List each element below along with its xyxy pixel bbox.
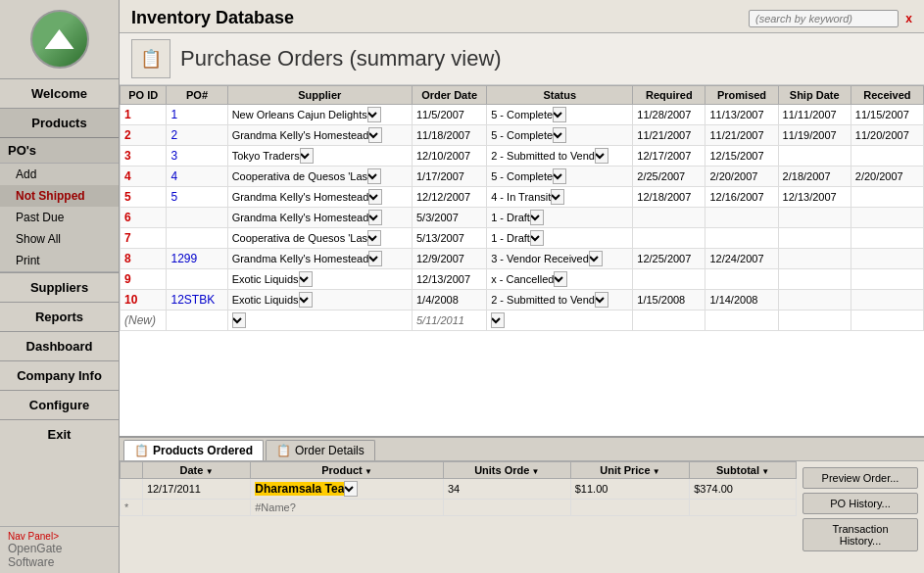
table-row[interactable]: 9 Exotic Liquids 12/13/2007 x - Cancelle…: [121, 269, 924, 290]
status-dropdown[interactable]: [589, 251, 603, 266]
sidebar-item-print[interactable]: Print: [0, 250, 119, 271]
supplier-dropdown[interactable]: [368, 127, 382, 143]
sidebar-item-add[interactable]: Add: [0, 164, 119, 185]
supplier-dropdown[interactable]: [368, 210, 382, 225]
cell-poid[interactable]: 1: [121, 105, 167, 125]
po-id-link[interactable]: 4: [124, 169, 131, 183]
bth-unit-price[interactable]: Unit Price: [570, 462, 689, 479]
tab-order-details[interactable]: 📋 Order Details: [266, 440, 375, 460]
cell-poid[interactable]: 3: [121, 146, 167, 167]
sidebar-item-company-info[interactable]: Company Info: [0, 360, 119, 390]
po-id-link[interactable]: (New): [124, 313, 156, 327]
sidebar-item-dashboard[interactable]: Dashboard: [0, 331, 119, 360]
po-id-link[interactable]: 1: [124, 108, 131, 121]
po-num-link[interactable]: 1299: [170, 252, 197, 265]
cell-po[interactable]: [167, 208, 227, 228]
search-clear-button[interactable]: x: [905, 12, 912, 25]
status-dropdown[interactable]: [553, 107, 566, 122]
table-row[interactable]: (New) 5/11/2011: [121, 310, 924, 331]
list-item[interactable]: 12/17/2011 Dharamsala Tea 34 $11.00 $374…: [121, 479, 797, 500]
preview-order-button[interactable]: Preview Order...: [802, 467, 918, 489]
sidebar-item-suppliers[interactable]: Suppliers: [0, 272, 119, 302]
cell-poid[interactable]: 5: [121, 187, 167, 208]
table-row[interactable]: 6 Grandma Kelly's Homestead 5/3/2007 1 -…: [121, 208, 924, 228]
po-num-link[interactable]: 1: [170, 108, 177, 121]
supplier-dropdown[interactable]: [299, 271, 313, 287]
bth-units[interactable]: Units Orde: [443, 462, 570, 479]
cell-po[interactable]: 4: [167, 167, 227, 187]
po-id-link[interactable]: 2: [124, 128, 131, 142]
cell-po[interactable]: 1299: [167, 249, 227, 269]
search-input[interactable]: [749, 10, 899, 27]
cell-poid[interactable]: 9: [121, 269, 167, 290]
po-id-link[interactable]: 10: [124, 293, 137, 307]
sidebar-item-not-shipped[interactable]: Not Shipped: [0, 185, 119, 207]
sidebar-item-show-all[interactable]: Show All: [0, 228, 119, 250]
status-dropdown[interactable]: [595, 148, 608, 164]
status-dropdown[interactable]: [530, 210, 544, 225]
po-id-link[interactable]: 7: [124, 231, 131, 245]
bth-product[interactable]: Product: [251, 462, 444, 479]
nav-panel-link[interactable]: Nav Panel>: [8, 531, 111, 542]
supplier-dropdown[interactable]: [232, 312, 246, 328]
status-dropdown[interactable]: [595, 292, 608, 308]
supplier-dropdown[interactable]: [368, 189, 382, 205]
table-row[interactable]: 8 1299 Grandma Kelly's Homestead 12/9/20…: [121, 249, 924, 269]
po-num-link[interactable]: 2: [170, 128, 177, 142]
supplier-dropdown[interactable]: [367, 107, 381, 122]
sidebar-item-welcome[interactable]: Welcome: [0, 78, 119, 108]
cell-po[interactable]: 12STBK: [167, 290, 227, 310]
po-num-link[interactable]: 3: [170, 149, 177, 163]
sidebar-item-configure[interactable]: Configure: [0, 390, 119, 419]
cell-poid[interactable]: 8: [121, 249, 167, 269]
supplier-dropdown[interactable]: [368, 251, 382, 266]
po-num-link[interactable]: 5: [170, 190, 177, 204]
table-row[interactable]: 4 4 Cooperativa de Quesos 'Las 1/17/2007…: [121, 167, 924, 187]
supplier-dropdown[interactable]: [367, 168, 381, 184]
status-dropdown[interactable]: [553, 127, 566, 143]
cell-po[interactable]: 1: [167, 105, 227, 125]
cell-poid[interactable]: 6: [121, 208, 167, 228]
tab-products-ordered[interactable]: 📋 Products Ordered: [123, 440, 264, 460]
po-id-link[interactable]: 8: [124, 252, 131, 265]
sidebar-item-reports[interactable]: Reports: [0, 302, 119, 331]
status-dropdown[interactable]: [553, 168, 566, 184]
cell-product[interactable]: Dharamsala Tea: [251, 479, 444, 500]
sidebar-item-past-due[interactable]: Past Due: [0, 207, 119, 228]
po-history-button[interactable]: PO History...: [802, 493, 918, 514]
po-num-link[interactable]: 12STBK: [170, 293, 215, 307]
list-item[interactable]: * #Name?: [121, 500, 797, 516]
bth-date[interactable]: Date: [142, 462, 250, 479]
cell-po[interactable]: 3: [167, 146, 227, 167]
supplier-dropdown[interactable]: [299, 292, 313, 308]
bth-subtotal[interactable]: Subtotal: [690, 462, 797, 479]
cell-poid[interactable]: 10: [121, 290, 167, 310]
table-row[interactable]: 2 2 Grandma Kelly's Homestead 11/18/2007…: [121, 125, 924, 146]
table-row[interactable]: 7 Cooperativa de Quesos 'Las 5/13/2007 1…: [121, 228, 924, 249]
sidebar-item-exit[interactable]: Exit: [0, 419, 119, 449]
sidebar-item-products[interactable]: Products: [0, 108, 119, 137]
cell-po[interactable]: [167, 310, 227, 331]
status-dropdown[interactable]: [554, 271, 567, 287]
cell-poid[interactable]: (New): [121, 310, 167, 331]
status-dropdown[interactable]: [530, 230, 544, 246]
transaction-history-button[interactable]: Transaction History...: [802, 518, 918, 551]
table-row[interactable]: 1 1 New Orleans Cajun Delights 11/5/2007…: [121, 105, 924, 125]
cell-po[interactable]: 5: [167, 187, 227, 208]
table-row[interactable]: 3 3 Tokyo Traders 12/10/2007 2 - Submitt…: [121, 146, 924, 167]
status-dropdown[interactable]: [491, 312, 505, 328]
cell-poid[interactable]: 4: [121, 167, 167, 187]
po-id-link[interactable]: 3: [124, 149, 131, 163]
po-id-link[interactable]: 6: [124, 211, 131, 224]
supplier-dropdown[interactable]: [367, 230, 381, 246]
po-id-link[interactable]: 5: [124, 190, 131, 204]
cell-poid[interactable]: 2: [121, 125, 167, 146]
table-row[interactable]: 10 12STBK Exotic Liquids 1/4/2008 2 - Su…: [121, 290, 924, 310]
supplier-dropdown[interactable]: [300, 148, 314, 164]
po-num-link[interactable]: 4: [170, 169, 177, 183]
cell-poid[interactable]: 7: [121, 228, 167, 249]
product-dropdown[interactable]: [344, 481, 358, 497]
table-row[interactable]: 5 5 Grandma Kelly's Homestead 12/12/2007…: [121, 187, 924, 208]
cell-po[interactable]: [167, 228, 227, 249]
po-id-link[interactable]: 9: [124, 272, 131, 286]
